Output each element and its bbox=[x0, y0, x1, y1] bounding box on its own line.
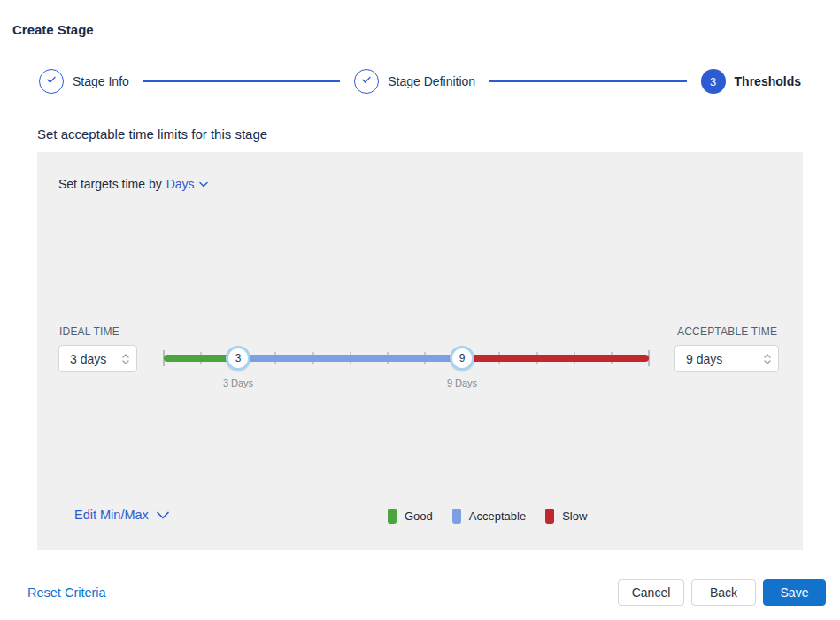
acceptable-time-value: 9 days bbox=[686, 352, 722, 366]
step-stage-definition[interactable]: Stage Definition bbox=[354, 69, 475, 94]
step-complete-circle bbox=[39, 69, 64, 94]
threshold-slider[interactable]: 3 9 3 Days 9 Days bbox=[164, 346, 649, 371]
slider-handle-value: 3 bbox=[235, 352, 242, 364]
slider-handle-caption: 3 Days bbox=[212, 378, 265, 388]
unit-dropdown[interactable]: Days bbox=[166, 177, 195, 191]
legend: Good Acceptable Slow bbox=[388, 509, 587, 524]
thresholds-panel: Set targets time by Days IDEAL TIME 3 da… bbox=[37, 152, 803, 550]
legend-label: Good bbox=[405, 509, 433, 523]
targets-time-row: Set targets time by Days bbox=[58, 177, 208, 191]
stepper: Stage Info Stage Definition 3 Thresholds bbox=[39, 69, 801, 94]
step-label: Stage Info bbox=[73, 74, 129, 88]
slider-handle-caption: 9 Days bbox=[435, 378, 489, 388]
section-heading: Set acceptable time limits for this stag… bbox=[37, 126, 267, 142]
acceptable-swatch-icon bbox=[452, 509, 461, 524]
reset-criteria-link[interactable]: Reset Criteria bbox=[27, 586, 106, 600]
footer-buttons: Cancel Back Save bbox=[618, 579, 826, 606]
chevron-up-icon[interactable] bbox=[122, 354, 129, 358]
ideal-time-value: 3 days bbox=[70, 352, 106, 366]
step-current-circle: 3 bbox=[701, 69, 726, 94]
step-label: Stage Definition bbox=[388, 74, 475, 88]
check-icon bbox=[45, 73, 58, 89]
slider-handle-value: 9 bbox=[459, 352, 466, 364]
cancel-button[interactable]: Cancel bbox=[618, 579, 684, 606]
step-stage-info[interactable]: Stage Info bbox=[39, 69, 129, 94]
good-swatch-icon bbox=[388, 509, 397, 524]
acceptable-time-stepper[interactable] bbox=[764, 354, 771, 364]
legend-item-good: Good bbox=[388, 509, 433, 524]
ideal-time-input[interactable]: 3 days bbox=[58, 345, 137, 372]
stepper-connector bbox=[143, 80, 340, 82]
slow-swatch-icon bbox=[545, 509, 554, 524]
edit-minmax-label: Edit Min/Max bbox=[74, 508, 149, 522]
slider-segment-slow bbox=[462, 355, 649, 362]
acceptable-time-label: ACCEPTABLE TIME bbox=[677, 325, 777, 338]
edit-minmax-toggle[interactable]: Edit Min/Max bbox=[74, 508, 169, 522]
legend-label: Slow bbox=[562, 509, 587, 523]
step-label: Thresholds bbox=[735, 74, 801, 88]
chevron-up-icon[interactable] bbox=[764, 354, 771, 358]
slider-handle-ideal[interactable]: 3 bbox=[226, 346, 250, 371]
targets-time-label: Set targets time by bbox=[58, 177, 162, 191]
ideal-time-label: IDEAL TIME bbox=[59, 325, 119, 338]
step-thresholds[interactable]: 3 Thresholds bbox=[701, 69, 801, 94]
chevron-down-icon[interactable] bbox=[199, 181, 208, 188]
chevron-down-icon[interactable] bbox=[764, 360, 771, 364]
legend-item-acceptable: Acceptable bbox=[452, 509, 526, 524]
ideal-time-stepper[interactable] bbox=[122, 354, 129, 364]
chevron-down-icon bbox=[157, 511, 169, 519]
stepper-connector bbox=[489, 80, 686, 82]
create-stage-dialog: Create Stage Stage Info Stage Definition… bbox=[0, 0, 840, 620]
slider-segment-acceptable bbox=[238, 355, 462, 362]
unit-dropdown-value: Days bbox=[166, 177, 195, 191]
check-icon bbox=[360, 73, 373, 89]
legend-label: Acceptable bbox=[469, 509, 526, 523]
acceptable-time-input[interactable]: 9 days bbox=[674, 345, 779, 372]
save-button[interactable]: Save bbox=[763, 579, 826, 606]
step-number: 3 bbox=[710, 75, 716, 88]
back-button[interactable]: Back bbox=[691, 579, 756, 606]
step-complete-circle bbox=[354, 69, 379, 94]
slider-handle-acceptable[interactable]: 9 bbox=[450, 346, 474, 371]
page-title: Create Stage bbox=[12, 22, 94, 37]
chevron-down-icon[interactable] bbox=[122, 360, 129, 364]
legend-item-slow: Slow bbox=[545, 509, 587, 524]
